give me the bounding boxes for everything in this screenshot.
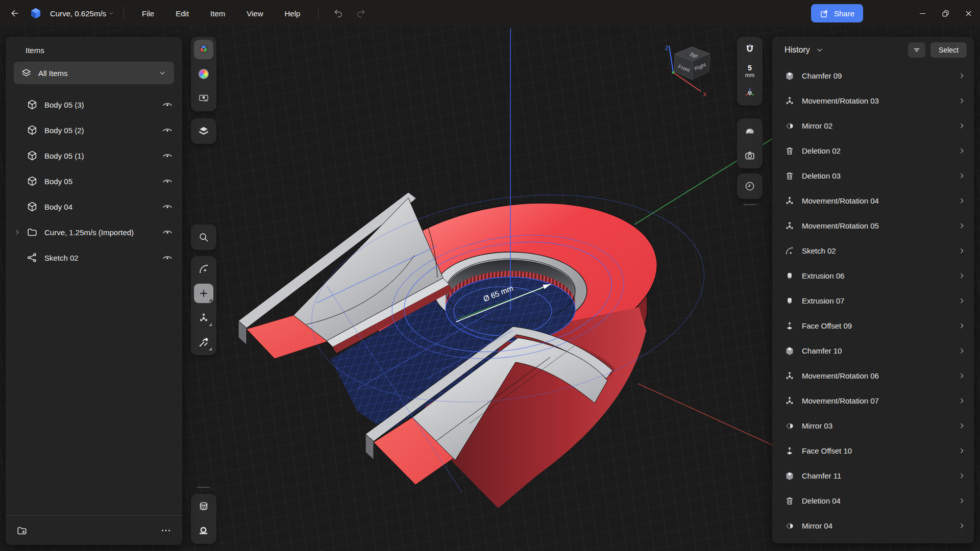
color-material-tool[interactable] — [194, 64, 213, 84]
redo-button[interactable] — [353, 6, 369, 21]
history-item[interactable]: Face Offset 10 — [772, 438, 974, 463]
search-tool[interactable] — [194, 228, 213, 247]
history-item[interactable]: Mirror 04 — [772, 513, 974, 538]
menu-item[interactable]: Item — [200, 0, 236, 27]
history-item[interactable]: Extrusion 07 — [772, 288, 974, 313]
share-button[interactable]: Share — [811, 4, 863, 22]
add-folder-button[interactable] — [13, 521, 31, 540]
list-item[interactable]: Body 05 (3) — [6, 92, 182, 117]
chevron-down-icon[interactable] — [815, 45, 824, 55]
visibility-toggle[interactable] — [162, 252, 173, 263]
history-item[interactable]: Deletion 02 — [772, 138, 974, 163]
chevron-right-icon — [958, 122, 966, 130]
visibility-toggle[interactable] — [162, 124, 173, 136]
history-item[interactable]: Deletion 04 — [772, 488, 974, 513]
history-item-label: Chamfer 09 — [802, 71, 958, 80]
history-item-label: Chamfer 10 — [802, 346, 958, 355]
x-axis-label: X — [703, 91, 707, 97]
history-item[interactable]: Movement/Rotation 05 — [772, 213, 974, 238]
left-toolbar-layers-group — [191, 118, 216, 144]
back-button[interactable] — [7, 6, 22, 21]
view-cube[interactable]: Z X Top Front Right — [660, 42, 720, 99]
sketch-tool[interactable] — [194, 259, 213, 279]
tools-tool[interactable] — [194, 333, 213, 352]
history-item-label: Movement/Rotation 04 — [802, 196, 958, 205]
menu-view[interactable]: View — [236, 0, 274, 27]
history-select-button[interactable]: Select — [930, 42, 967, 58]
shading-mode-tool[interactable] — [194, 40, 213, 59]
chevron-down-icon — [158, 68, 167, 78]
menu-help[interactable]: Help — [274, 0, 311, 27]
history-item-label: Face Offset 09 — [802, 321, 958, 330]
history-item-label: Sketch 02 — [802, 246, 958, 255]
history-item[interactable]: Face Offset 09 — [772, 313, 974, 338]
add-body-tool[interactable] — [194, 284, 213, 303]
visibility-toggle[interactable] — [162, 176, 173, 187]
expander-chevron-icon[interactable] — [14, 229, 21, 236]
minimize-button[interactable] — [911, 0, 934, 27]
history-item[interactable]: Chamfer 10 — [772, 338, 974, 363]
restore-icon — [941, 9, 950, 18]
chamfer-icon — [785, 471, 795, 481]
list-item[interactable]: Body 05 (2) — [6, 117, 182, 143]
history-list: Chamfer 09Movement/Rotation 03Mirror 02D… — [772, 63, 974, 538]
transform-tool[interactable] — [194, 308, 213, 328]
history-item[interactable]: Movement/Rotation 07 — [772, 388, 974, 413]
sketch-icon — [785, 246, 795, 256]
visibility-toggle[interactable] — [162, 227, 173, 238]
menu-edit[interactable]: Edit — [165, 0, 200, 27]
history-item[interactable]: Extrusion 06 — [772, 263, 974, 288]
all-items-filter[interactable]: All Items — [14, 62, 174, 84]
history-item-label: Movement/Rotation 05 — [802, 221, 958, 230]
menu-file[interactable]: File — [131, 0, 165, 27]
history-item[interactable]: Sketch 02 — [772, 238, 974, 263]
eye-icon — [162, 99, 173, 110]
history-item[interactable]: Deletion 03 — [772, 163, 974, 188]
isolate-layers-tool[interactable] — [194, 121, 213, 141]
section-view-tool[interactable] — [194, 497, 213, 516]
screenshot-tool[interactable] — [740, 146, 760, 165]
visibility-toggle[interactable] — [162, 99, 173, 110]
history-item-label: Extrusion 06 — [802, 271, 958, 280]
maximize-button[interactable] — [934, 0, 957, 27]
list-item[interactable]: Body 04 — [6, 194, 182, 219]
history-item[interactable]: Movement/Rotation 03 — [772, 88, 974, 113]
chevron-right-icon — [958, 197, 966, 205]
items-panel-footer — [6, 515, 182, 545]
visibility-toggle[interactable] — [162, 150, 173, 161]
chamfer-icon — [785, 71, 795, 81]
list-item[interactable]: Curve, 1.25m/s (Imported) — [6, 219, 182, 245]
shaded-view-tool[interactable] — [740, 121, 760, 141]
history-item[interactable]: Mirror 02 — [772, 113, 974, 138]
cube-icon — [27, 99, 38, 110]
right-toolbar-history-group — [737, 173, 763, 199]
history-item[interactable]: Movement/Rotation 04 — [772, 188, 974, 213]
items-list: Body 05 (3)Body 05 (2)Body 05 (1)Body 05… — [6, 92, 182, 270]
undo-button[interactable] — [331, 6, 346, 21]
more-options-button[interactable] — [157, 521, 175, 540]
history-item[interactable]: Mirror 03 — [772, 413, 974, 438]
orientation-tool[interactable] — [740, 83, 760, 103]
history-item[interactable]: Movement/Rotation 06 — [772, 363, 974, 388]
screen-cube-icon — [198, 93, 209, 104]
list-item[interactable]: Body 05 (1) — [6, 143, 182, 168]
history-item-label: Face Offset 10 — [802, 446, 958, 455]
item-label: Body 04 — [44, 203, 158, 211]
history-clock-tool[interactable] — [740, 177, 760, 196]
visibility-toggle[interactable] — [162, 201, 173, 212]
list-item[interactable]: Body 05 — [6, 168, 182, 194]
close-button[interactable] — [957, 0, 980, 27]
visualization-tool[interactable] — [194, 89, 213, 108]
left-toolbar-analysis-group — [191, 494, 216, 544]
chevron-right-icon — [958, 422, 966, 430]
history-item[interactable]: Chamfer 11 — [772, 463, 974, 488]
snap-magnet-tool[interactable] — [740, 40, 760, 59]
document-switcher[interactable]: Curve, 0.625m/s — [50, 8, 116, 18]
measure-tool[interactable] — [194, 521, 213, 541]
history-filter-button[interactable] — [908, 42, 925, 58]
snap-distance[interactable]: 5 mm — [740, 63, 760, 79]
list-item[interactable]: Sketch 02 — [6, 245, 182, 270]
chevron-right-icon — [958, 72, 966, 80]
share-icon — [820, 9, 829, 18]
history-item[interactable]: Chamfer 09 — [772, 63, 974, 88]
